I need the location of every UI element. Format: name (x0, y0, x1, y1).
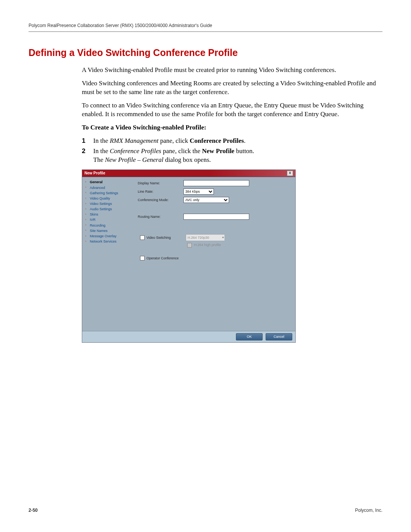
cancel-button[interactable]: Cancel (266, 333, 292, 340)
video-switching-label: Video Switching (147, 235, 171, 240)
line-rate-label: Line Rate: (138, 189, 183, 194)
close-icon[interactable]: x (287, 171, 293, 176)
section-heading: Defining a Video Switching Conference Pr… (29, 47, 382, 58)
dialog-titlebar[interactable]: New Profile x (82, 170, 295, 177)
sidebar-item-general[interactable]: ›General (85, 179, 135, 185)
operator-conference-checkbox[interactable] (140, 256, 145, 260)
dialog-title: New Profile (84, 171, 287, 176)
body-paragraph: To connect to an Video Switching confere… (82, 101, 382, 119)
step-item: 1 In the RMX Management pane, click Conf… (82, 137, 382, 145)
conferencing-mode-label: Conferencing Mode: (138, 198, 183, 202)
chevron-right-icon: › (85, 191, 88, 195)
sidebar-item-video-quality[interactable]: ›Video Quality (85, 196, 135, 201)
chevron-right-icon: › (85, 223, 88, 227)
chevron-right-icon: › (85, 218, 88, 222)
page-number: 2-50 (29, 508, 38, 513)
sidebar-item-site-names[interactable]: ›Site Names (85, 228, 135, 233)
sidebar-item-network-services[interactable]: ›Network Services (85, 239, 135, 244)
conferencing-mode-select[interactable]: AVC only (183, 197, 229, 203)
sidebar-item-skins[interactable]: ›Skins (85, 212, 135, 217)
routing-name-input[interactable] (183, 214, 249, 220)
video-switching-codec-select: H.264 720p30▾ (186, 234, 225, 241)
sidebar-item-video-settings[interactable]: ›Video Settings (85, 201, 135, 206)
chevron-right-icon: › (85, 197, 88, 201)
sidebar-item-audio-settings[interactable]: ›Audio Settings (85, 206, 135, 212)
running-header: Polycom RealPresence Collaboration Serve… (29, 23, 382, 31)
dialog-sidebar: ›General ›Advanced ›Gathering Settings ›… (82, 177, 136, 331)
routing-name-label: Routing Name: (138, 214, 183, 219)
header-rule (29, 31, 382, 32)
display-name-label: Display Name: (138, 181, 183, 185)
sidebar-item-ivr[interactable]: ›IVR (85, 217, 135, 222)
chevron-right-icon: › (85, 180, 88, 184)
chevron-right-icon: › (85, 207, 88, 211)
step-number: 2 (82, 147, 93, 165)
high-profile-checkbox (187, 243, 192, 248)
chevron-right-icon: › (85, 240, 88, 244)
step-number: 1 (82, 137, 93, 145)
ok-button[interactable]: OK (236, 333, 263, 340)
high-profile-label: H.264 high profile (194, 243, 221, 247)
chevron-right-icon: › (85, 234, 88, 238)
sidebar-item-message-overlay[interactable]: ›Message Overlay (85, 233, 135, 239)
sidebar-item-recording[interactable]: ›Recording (85, 223, 135, 228)
chevron-right-icon: › (85, 202, 88, 206)
chevron-right-icon: › (85, 212, 88, 217)
new-profile-dialog: New Profile x ›General ›Advanced ›Gather… (82, 169, 296, 342)
body-paragraph: Video Switching conferences and Meeting … (82, 79, 382, 97)
chevron-right-icon: › (85, 185, 88, 190)
body-paragraph: A Video Switching-enabled Profile must b… (82, 66, 382, 75)
footer-company: Polycom, Inc. (355, 508, 382, 513)
video-switching-checkbox[interactable] (140, 235, 145, 240)
sidebar-item-advanced[interactable]: ›Advanced (85, 185, 135, 190)
sidebar-item-gathering-settings[interactable]: ›Gathering Settings (85, 190, 135, 196)
line-rate-select[interactable]: 384 Kbps (183, 189, 214, 195)
operator-conference-label: Operator Conference (147, 256, 179, 260)
display-name-input[interactable] (183, 180, 249, 186)
procedure-heading: To Create a Video Switching-enabled Prof… (82, 123, 382, 132)
step-item: 2 In the Conference Profiles pane, click… (82, 147, 382, 165)
chevron-down-icon: ▾ (222, 236, 224, 240)
chevron-right-icon: › (85, 228, 88, 233)
